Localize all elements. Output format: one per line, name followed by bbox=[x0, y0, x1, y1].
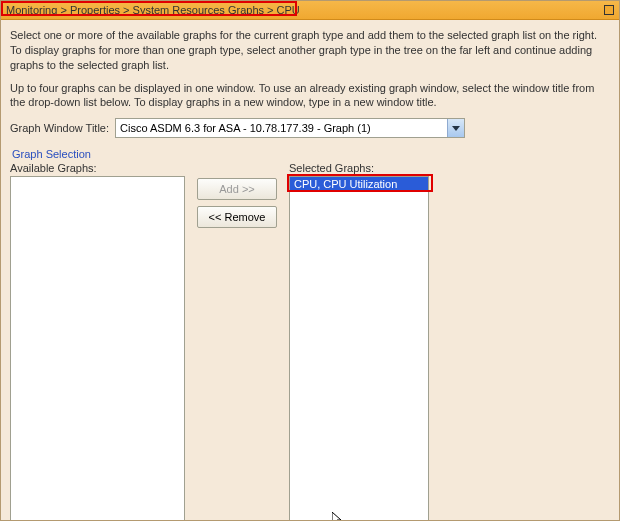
graph-window-title-input[interactable] bbox=[115, 118, 465, 138]
available-graphs-label: Available Graphs: bbox=[10, 162, 185, 174]
maximize-icon[interactable] bbox=[604, 5, 614, 15]
graph-selection-label: Graph Selection bbox=[12, 148, 610, 160]
graph-window-title-label: Graph Window Title: bbox=[10, 122, 109, 134]
remove-button[interactable]: << Remove bbox=[197, 206, 277, 228]
graph-window-title-dropdown[interactable] bbox=[115, 118, 465, 138]
instruction-text-2: Up to four graphs can be displayed in on… bbox=[10, 81, 610, 111]
selected-graphs-label: Selected Graphs: bbox=[289, 162, 429, 174]
list-item[interactable]: CPU, CPU Utilization bbox=[290, 177, 428, 191]
selected-graphs-list[interactable]: CPU, CPU Utilization bbox=[289, 176, 429, 521]
instruction-text-1: Select one or more of the available grap… bbox=[10, 28, 610, 73]
add-button[interactable]: Add >> bbox=[197, 178, 277, 200]
chevron-down-icon[interactable] bbox=[447, 119, 464, 137]
breadcrumb: Monitoring > Properties > System Resourc… bbox=[6, 4, 300, 16]
available-graphs-list[interactable] bbox=[10, 176, 185, 521]
